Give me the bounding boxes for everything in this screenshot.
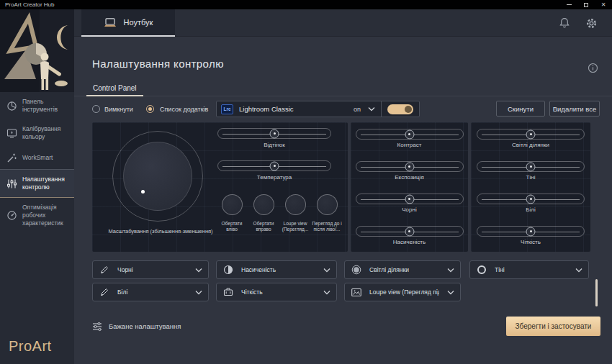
chevron-down-icon — [323, 290, 330, 295]
sidebar-item-dashboard[interactable]: Панель інструментів — [0, 92, 74, 119]
rotate-right-circle[interactable] — [253, 194, 274, 215]
delete-all-button[interactable]: Видалити все — [549, 101, 600, 117]
slider-temperature[interactable]: Температура — [217, 160, 332, 181]
delete-all-button-label: Видалити все — [553, 105, 597, 113]
sidebar-item-color-calibration[interactable]: Калібрування кольору — [0, 119, 74, 147]
slider-exposure[interactable]: Експозиція — [351, 155, 468, 187]
slider-saturation[interactable]: Насиченість — [351, 219, 468, 252]
dropdown-saturation[interactable]: Насиченість — [216, 260, 337, 279]
slider-knob[interactable] — [270, 161, 279, 170]
minimize-button[interactable] — [560, 0, 577, 9]
notifications-bell-icon[interactable] — [559, 17, 570, 29]
save-and-apply-button[interactable]: Зберегти і застосувати — [506, 317, 600, 336]
sidebar-item-control-settings[interactable]: Налаштування контролю — [0, 169, 74, 198]
dropdown-loupe-view-label: Loupe view (Перегляд під лупою) — [369, 288, 439, 296]
slider-knob[interactable] — [526, 227, 536, 236]
tab-laptop-label: Ноутбук — [124, 18, 153, 27]
slider-hue[interactable]: Відтінок — [217, 128, 332, 148]
proart-artwork — [0, 9, 74, 92]
dropdown-blacks[interactable]: Чорні — [92, 260, 209, 279]
dropdown-whites-label: Білі — [117, 288, 187, 296]
speedometer-icon — [6, 210, 17, 221]
preset-filter-icon — [92, 322, 102, 332]
slider-knob[interactable] — [526, 162, 536, 171]
sidebar-item-label: Налаштування контролю — [22, 176, 70, 191]
content: Налаштування контролю Control Panel Вимк… — [74, 37, 612, 364]
sidebar: Панель інструментів Калібрування кольору… — [0, 9, 74, 364]
app-enable-toggle[interactable] — [387, 104, 413, 114]
control-canvas: Масштабування (збільшення-зменшення) Від… — [92, 122, 590, 252]
slider-highlights[interactable]: Світлі ділянки — [471, 122, 590, 155]
rotate-left-circle[interactable] — [222, 194, 243, 215]
slider-knob[interactable] — [405, 129, 414, 139]
sidebar-item-worksmart[interactable]: WorkSmart — [0, 147, 74, 169]
dropdown-clarity-label: Чіткість — [241, 288, 315, 296]
slider-knob[interactable] — [526, 129, 536, 139]
dropdown-clarity[interactable]: Чіткість — [216, 283, 337, 301]
settings-gear-icon[interactable] — [585, 17, 598, 29]
dropdown-whites[interactable]: Білі — [92, 283, 209, 301]
tab-control-panel[interactable]: Control Panel — [86, 81, 143, 96]
slider-knob[interactable] — [405, 194, 414, 204]
preset-settings[interactable]: Бажане налаштування — [92, 317, 181, 336]
slider-exposure-label: Експозиція — [395, 174, 423, 181]
slider-contrast[interactable]: Контраст — [351, 122, 468, 155]
sidebar-item-performance[interactable]: Оптимізація робочих характеристик — [0, 198, 74, 233]
slider-blacks[interactable]: Чорні — [351, 187, 468, 219]
info-icon[interactable] — [588, 63, 598, 73]
control-settings-icon — [6, 178, 17, 189]
app-name: Lightroom Classic — [239, 105, 354, 113]
dropdown-highlights[interactable]: Світлі ділянки — [344, 260, 461, 279]
proart-creator-hub-window: ProArt Creator Hub ✕ Панель інструментів — [0, 0, 612, 364]
slider-knob[interactable] — [270, 129, 279, 138]
chevron-down-icon — [447, 290, 454, 295]
proart-logo: ProArt — [9, 338, 52, 355]
slider-knob[interactable] — [405, 227, 414, 236]
shadows-icon — [477, 265, 487, 275]
minimize-icon — [567, 4, 572, 5]
pencil-icon — [99, 265, 109, 275]
dropdown-shadows[interactable]: Тіні — [469, 260, 589, 279]
lightroom-classic-badge-icon: Lrc — [221, 104, 233, 114]
dropdown-saturation-label: Насиченість — [241, 266, 315, 273]
vertical-scrollbar[interactable] — [595, 279, 598, 306]
slider-clarity[interactable]: Чіткість — [471, 219, 590, 252]
rotate-left-button[interactable]: Обертати вліво — [216, 194, 248, 233]
before-after-view-button[interactable]: Перегляд до і після ліво/... — [311, 194, 343, 233]
reset-button[interactable]: Скинути — [496, 101, 545, 117]
zoom-dial-label: Масштабування (збільшення-зменшення) — [92, 228, 229, 235]
sidebar-nav: Панель інструментів Калібрування кольору… — [0, 92, 74, 233]
dashboard-icon — [6, 101, 17, 112]
dropdown-loupe-view[interactable]: Loupe view (Перегляд під лупою) — [344, 283, 461, 301]
slider-highlights-label: Світлі ділянки — [512, 142, 549, 148]
canvas-column-3: Світлі ділянки Тіні Білі Чіткість — [471, 122, 590, 252]
slider-knob[interactable] — [405, 162, 414, 171]
chevron-down-icon — [323, 268, 330, 273]
before-after-circle[interactable] — [317, 194, 338, 215]
magic-wand-icon — [6, 153, 17, 163]
loupe-view-circle[interactable] — [285, 194, 306, 215]
app-select-dropdown[interactable]: Lrc Lightroom Classic on — [216, 101, 420, 117]
maximize-button[interactable] — [577, 0, 595, 9]
radio-disable[interactable] — [92, 105, 100, 113]
laptop-icon — [104, 18, 117, 27]
app-state: on — [354, 106, 361, 113]
zoom-dial-knob — [123, 142, 192, 211]
rotate-right-button[interactable]: Обертати вправо — [248, 194, 279, 233]
slider-knob[interactable] — [526, 194, 536, 204]
radio-app-list[interactable] — [146, 105, 154, 113]
page-title: Налаштування контролю — [92, 58, 224, 70]
close-button[interactable]: ✕ — [595, 0, 612, 9]
slider-shadows[interactable]: Тіні — [471, 155, 590, 187]
save-and-apply-label: Зберегти і застосувати — [516, 322, 592, 330]
app-control-row: Вимкнути Список додатків Lrc Lightroom C… — [74, 101, 612, 118]
loupe-view-button[interactable]: Loupe view (Перегляд... — [279, 194, 311, 233]
maximize-icon — [584, 3, 588, 7]
slider-saturation-label: Насиченість — [393, 239, 426, 245]
slider-whites[interactable]: Білі — [471, 187, 590, 219]
chevron-down-icon — [195, 268, 202, 273]
tab-laptop[interactable]: Ноутбук — [81, 9, 175, 37]
rotate-left-label: Обертати вліво — [215, 221, 248, 233]
before-after-label: Перегляд до і після ліво/... — [310, 221, 343, 233]
zoom-dial[interactable] — [112, 131, 203, 222]
